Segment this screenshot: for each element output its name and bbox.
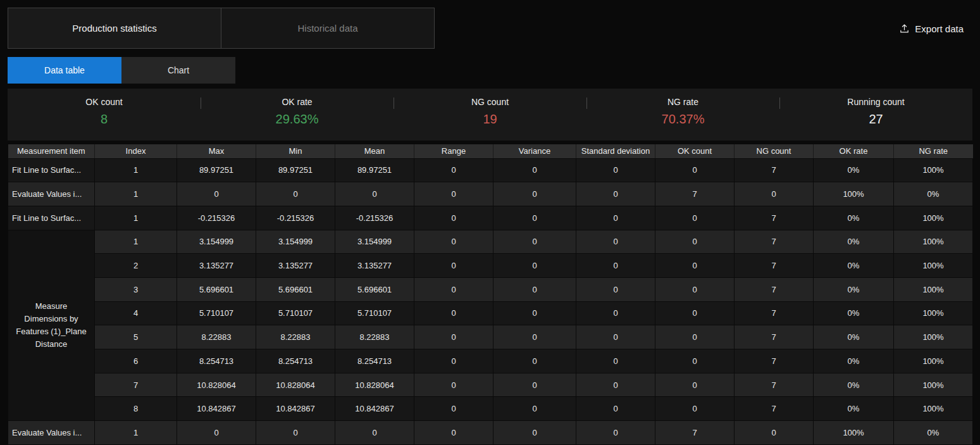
stat-running-count: Running count27 <box>779 89 972 141</box>
stats-table-body: Fit Line to Surfac...189.9725189.9725189… <box>8 158 973 444</box>
table-cell: 0% <box>814 277 894 301</box>
table-cell: 1 <box>95 182 177 206</box>
table-cell: 0 <box>493 206 576 230</box>
table-cell: 0 <box>493 349 576 373</box>
table-cell: 0 <box>493 373 576 397</box>
table-row[interactable]: 23.1352773.1352773.135277000070%100% <box>8 254 973 278</box>
table-cell: 10.828064 <box>256 373 335 397</box>
table-row[interactable]: Measure Dimensions by Features (1)_Plane… <box>8 230 973 254</box>
table-cell: 0 <box>493 277 576 301</box>
table-cell: 7 <box>735 158 814 182</box>
table-cell: 7 <box>655 421 735 445</box>
stat-ok-rate: OK rate29.63% <box>201 89 394 141</box>
table-cell: 0% <box>814 349 894 373</box>
table-cell: 89.97251 <box>177 158 256 182</box>
column-header-ng-rate: NG rate <box>894 144 973 158</box>
table-cell: 5.696601 <box>335 277 414 301</box>
export-data-button[interactable]: Export data <box>894 19 969 37</box>
stat-value: 29.63% <box>201 112 394 127</box>
table-cell: 7 <box>735 230 814 254</box>
table-cell: 0 <box>655 301 735 325</box>
column-header-mean: Mean <box>335 144 414 158</box>
table-row[interactable]: Fit Line to Surfac...1-0.215326-0.215326… <box>8 206 973 230</box>
table-row[interactable]: Evaluate Values i...100000070100%0% <box>8 182 973 206</box>
table-cell: 8.254713 <box>177 349 256 373</box>
table-cell: 3.135277 <box>256 254 335 278</box>
table-header-row: Measurement itemIndexMaxMinMeanRangeVari… <box>8 144 973 158</box>
table-cell: 7 <box>655 182 735 206</box>
table-cell: 7 <box>735 277 814 301</box>
table-cell: 0 <box>576 373 655 397</box>
table-cell: 89.97251 <box>335 158 414 182</box>
table-cell: 0 <box>177 421 256 445</box>
table-cell: 5.710107 <box>335 301 414 325</box>
stats-summary-panel: OK count8OK rate29.63%NG count19NG rate7… <box>8 89 972 141</box>
table-cell: 0 <box>576 277 655 301</box>
stat-value: 70.37% <box>586 112 779 127</box>
table-cell: 100% <box>894 254 973 278</box>
table-cell: 0 <box>493 301 576 325</box>
table-cell: 0 <box>655 230 735 254</box>
table-row[interactable]: 45.7101075.7101075.710107000070%100% <box>8 301 973 325</box>
tab-historical-data[interactable]: Historical data <box>221 8 435 49</box>
table-cell: 0 <box>493 158 576 182</box>
measurement-item-cell: Fit Line to Surfac... <box>8 158 95 182</box>
table-cell: 0 <box>576 301 655 325</box>
stat-label: Running count <box>779 97 972 107</box>
table-cell: 0 <box>414 182 493 206</box>
table-cell: 10.842867 <box>256 397 335 421</box>
table-cell: 0 <box>655 397 735 421</box>
table-cell: 0 <box>655 206 735 230</box>
table-row[interactable]: 68.2547138.2547138.254713000070%100% <box>8 349 973 373</box>
table-row[interactable]: 35.6966015.6966015.696601000070%100% <box>8 277 973 301</box>
table-row[interactable]: 810.84286710.84286710.842867000070%100% <box>8 397 973 421</box>
column-header-ok-rate: OK rate <box>814 144 894 158</box>
table-cell: 5.696601 <box>177 277 256 301</box>
tab-production-statistics-label: Production statistics <box>72 23 156 34</box>
stat-ng-rate: NG rate70.37% <box>586 89 779 141</box>
column-header-ng-count: NG count <box>735 144 814 158</box>
table-row[interactable]: Evaluate Values i...100000070100%0% <box>8 421 973 445</box>
table-cell: 7 <box>735 325 814 349</box>
stat-label: OK rate <box>201 97 394 107</box>
table-cell: -0.215326 <box>256 206 335 230</box>
table-cell: 0 <box>414 277 493 301</box>
table-cell: 0 <box>735 421 814 445</box>
table-cell: 100% <box>894 301 973 325</box>
table-row[interactable]: 710.82806410.82806410.828064000070%100% <box>8 373 973 397</box>
subtab-chart[interactable]: Chart <box>121 57 235 84</box>
measurement-item-cell: Evaluate Values i... <box>8 421 95 445</box>
table-cell: 5.710107 <box>256 301 335 325</box>
table-cell: 100% <box>814 182 894 206</box>
table-cell: 0% <box>814 397 894 421</box>
table-cell: 0% <box>814 254 894 278</box>
stat-label: OK count <box>8 97 201 107</box>
subtab-data-table[interactable]: Data table <box>8 57 121 84</box>
table-cell: 3.154999 <box>335 230 414 254</box>
table-cell: 100% <box>894 349 973 373</box>
column-header-index: Index <box>95 144 177 158</box>
table-row[interactable]: Fit Line to Surfac...189.9725189.9725189… <box>8 158 973 182</box>
table-cell: 1 <box>95 206 177 230</box>
table-cell: 89.97251 <box>256 158 335 182</box>
table-cell: 3 <box>95 277 177 301</box>
table-cell: 0 <box>256 421 335 445</box>
stat-ng-count: NG count19 <box>394 89 586 141</box>
table-cell: 100% <box>894 373 973 397</box>
table-cell: 0 <box>414 254 493 278</box>
stat-ok-count: OK count8 <box>8 89 201 141</box>
table-cell: 0 <box>493 325 576 349</box>
measurement-item-cell: Fit Line to Surfac... <box>8 206 95 230</box>
table-cell: -0.215326 <box>335 206 414 230</box>
table-cell: 0 <box>655 254 735 278</box>
table-cell: 0% <box>814 230 894 254</box>
table-cell: 0 <box>576 206 655 230</box>
table-row[interactable]: 58.228838.228838.22883000070%100% <box>8 325 973 349</box>
column-header-range: Range <box>414 144 493 158</box>
tab-production-statistics[interactable]: Production statistics <box>8 8 221 49</box>
column-header-max: Max <box>177 144 256 158</box>
table-cell: 7 <box>95 373 177 397</box>
table-cell: 0 <box>493 182 576 206</box>
table-cell: 0% <box>814 158 894 182</box>
table-cell: 0 <box>576 325 655 349</box>
